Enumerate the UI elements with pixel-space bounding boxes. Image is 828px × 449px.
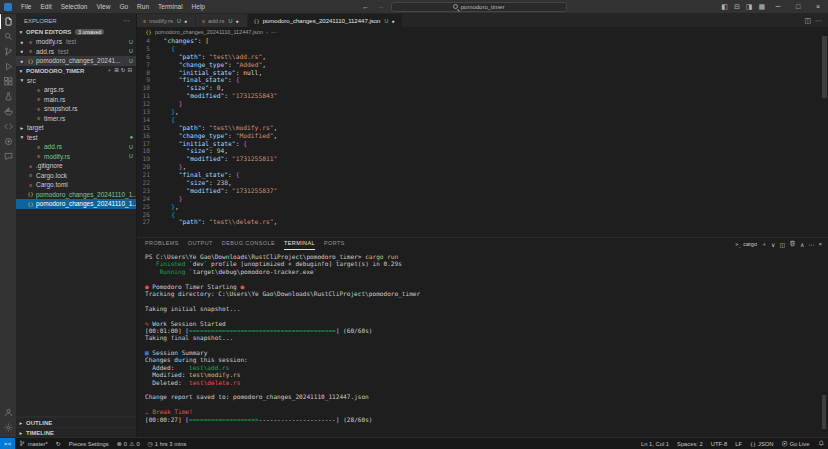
maximize-panel-icon[interactable]: ∧ [800,241,804,248]
close-window-button[interactable]: × [808,0,828,14]
file-item-modify.rs[interactable]: ⚙modify.rsU [16,152,136,162]
status-indentation[interactable]: Spaces: 2 [673,438,707,449]
menu-view[interactable]: View [92,3,114,10]
close-panel-icon[interactable]: × [818,241,822,247]
code-text: "modified": "1731255811" [156,155,277,163]
testing-icon[interactable] [0,89,16,104]
tab-modify.rs[interactable]: ⚙modify.rsU● [137,14,196,27]
new-file-icon[interactable]: ＋ [107,67,113,74]
open-editors-header[interactable]: ▾ OPEN EDITORS 3 unsaved [16,27,136,37]
panel-tab-output[interactable]: OUTPUT [188,238,213,250]
status-remote[interactable]: >< [0,438,15,449]
status-problems[interactable]: ⊗0⚠0 [113,438,144,449]
status-time-tracker[interactable]: ◷1 hrs 3 mins [144,438,191,449]
panel-tab-ports[interactable]: PORTS [324,238,345,250]
json-file-icon: {} [145,29,152,35]
more-editor-actions-icon[interactable]: ⋯ [815,17,822,25]
menu-selection[interactable]: Selection [57,3,92,10]
status-sync[interactable]: ↻ [52,438,65,449]
editor-scrollbar[interactable] [822,36,827,98]
section-outline[interactable]: ▸OUTLINE [16,417,136,427]
split-terminal-icon[interactable]: ◫ [779,241,785,248]
menu-terminal[interactable]: Terminal [154,3,187,10]
panel-tab-problems[interactable]: PROBLEMS [145,238,179,250]
code-editor[interactable]: 4 "changes": [5 {6 "path": "test\\add.rs… [137,36,828,237]
folder-item-test[interactable]: ▾test● [16,133,136,143]
terminal-profile[interactable]: >_ cargo [735,241,757,247]
new-folder-icon[interactable]: ⊞ [114,67,119,74]
folder-item-src[interactable]: ▾src [16,76,136,86]
open-editor-item[interactable]: ●{}pomodoro_changes_20241...U [16,56,136,66]
file-item-.gitignore[interactable]: ◆.gitignore [16,161,136,171]
nav-back-icon[interactable]: ← [361,3,372,10]
pieces-icon[interactable] [0,134,16,149]
docker-icon[interactable] [0,104,16,119]
open-editor-item[interactable]: ●⚙add.rstestU [16,47,136,57]
status-encoding[interactable]: UTF-8 [707,438,731,449]
file-item-args.rs[interactable]: ⚙args.rs [16,85,136,95]
line-number: 14 [137,116,156,124]
open-editor-item[interactable]: ●⚙modify.rstestU [16,37,136,47]
extensions-icon[interactable] [0,74,16,89]
dirty-indicator[interactable]: ● [391,18,396,24]
menu-help[interactable]: Help [188,3,209,10]
file-item-timer.rs[interactable]: ⚙timer.rs [16,114,136,124]
menu-go[interactable]: Go [115,3,132,10]
run-debug-icon[interactable] [0,59,16,74]
search-icon[interactable] [0,29,16,44]
menu-file[interactable]: File [17,3,35,10]
settings-icon[interactable] [0,420,16,435]
panel-tab-debug-console[interactable]: DEBUG CONSOLE [222,238,275,250]
dirty-indicator[interactable]: ● [184,18,189,24]
menu-edit[interactable]: Edit [36,3,55,10]
terminal-text: Taking initial snapshot... [145,305,240,312]
file-item-add.rs[interactable]: ⚙add.rsU [16,142,136,152]
project-section-header[interactable]: ▾ POMODORO_TIMER ＋⊞↻⊟ [16,66,136,76]
toggle-secondary-sidebar-icon[interactable]: ◨ [743,3,756,11]
status-go-live[interactable]: ⦿Go Live [778,438,814,449]
kill-terminal-icon[interactable] [789,240,796,248]
views-more-icon[interactable]: ⋯ [123,17,130,25]
command-center-search[interactable]: pomodoro_timer [391,2,567,12]
breadcrumb[interactable]: {} pomodoro_changes_20241110_112447.json… [137,27,828,36]
source-control-icon[interactable] [0,44,16,59]
collapse-folders-icon[interactable]: ⊟ [127,67,132,74]
status-notifications[interactable] [814,438,828,449]
tab-pomodoro_changes_20241110_112447.json[interactable]: {}pomodoro_changes_20241110_112447.jsonU… [248,14,404,27]
toggle-sidebar-icon[interactable]: ◧ [718,3,731,11]
terminal-dropdown-icon[interactable]: ∨ [771,241,775,248]
nav-forward-icon[interactable]: → [376,3,387,10]
terminal-output[interactable]: PS C:\Users\Ye Gao\Downloads\RustCliProj… [137,250,828,437]
terminal-scrollbar[interactable] [822,395,826,429]
new-terminal-icon[interactable]: ＋ [761,240,767,249]
status-pieces-settings[interactable]: Pieces Settings [65,438,113,449]
file-item-cargo.toml[interactable]: ⚙Cargo.toml [16,180,136,190]
file-item-cargo.lock[interactable]: ⚙Cargo.lock [16,171,136,181]
minimize-window-button[interactable]: ─ [768,0,788,14]
panel-tab-terminal[interactable]: TERMINAL [284,238,315,250]
file-item-snapshot.rs[interactable]: ⚙snapshot.rs [16,104,136,114]
status-language-mode[interactable]: {}JSON [746,438,778,449]
file-item-pomodoro-changes-20241110-1...[interactable]: {}pomodoro_changes_20241110_1...U [16,190,136,200]
toggle-panel-icon[interactable]: ⊟ [731,3,743,11]
chat-icon[interactable] [0,149,16,164]
customize-layout-icon[interactable]: ▦ [755,3,768,11]
section-timeline[interactable]: ▸TIMELINE [16,427,136,437]
split-editor-icon[interactable]: ◫ [804,17,811,25]
refresh-explorer-icon[interactable]: ↻ [121,67,126,74]
account-icon[interactable] [0,405,16,420]
folder-item-target[interactable]: ▸target [16,123,136,133]
remote-explorer-icon[interactable] [0,119,16,134]
file-item-pomodoro-changes-20241110-1...[interactable]: {}pomodoro_changes_20241110_1...U [16,199,136,209]
chevron-right-icon: ▸ [19,125,25,131]
status-git-branch[interactable]: master* [15,438,51,449]
status-cursor-position[interactable]: Ln 1, Col 1 [637,438,673,449]
more-actions-icon[interactable]: ⋯ [808,241,814,248]
explorer-icon[interactable] [0,14,16,29]
dirty-indicator[interactable]: ● [236,18,241,24]
tab-add.rs[interactable]: ⚙add.rsU● [196,14,248,27]
maximize-window-button[interactable]: □ [788,0,808,14]
menu-run[interactable]: Run [133,3,153,10]
file-item-main.rs[interactable]: ⚙main.rs [16,95,136,105]
status-eol[interactable]: LF [731,438,746,449]
